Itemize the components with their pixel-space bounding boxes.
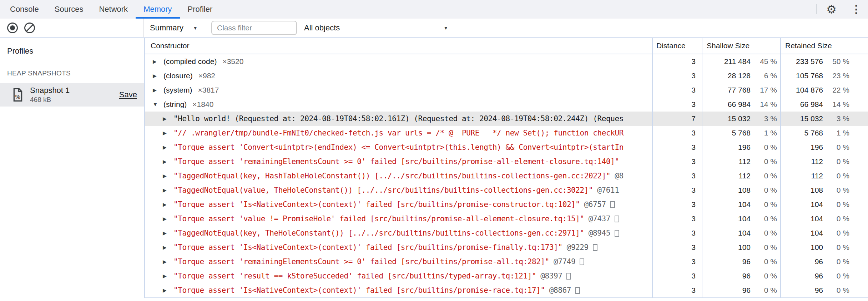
tab-console[interactable]: Console — [2, 0, 47, 19]
retained-size-percent: 0 % — [823, 186, 849, 194]
constructor-cell: ▶"Torque assert 'Is<NativeContext>(conte… — [145, 197, 652, 212]
objects-scope-select[interactable]: All objects ▼ — [304, 23, 454, 33]
string-row[interactable]: ▶"Torque assert 'Convert<uintptr>(endInd… — [145, 140, 868, 154]
string-row[interactable]: ▶"Torque assert 'remainingElementsCount … — [145, 255, 868, 269]
shallow-size-value: 96 — [702, 257, 751, 266]
string-row[interactable]: ▶"TaggedNotEqual(key, HashTableHoleConst… — [145, 169, 868, 183]
expander-closed-icon[interactable]: ▶ — [153, 73, 163, 79]
retained-size-value: 96 — [781, 257, 823, 266]
shallow-size-percent: 3 % — [751, 114, 777, 123]
distance-cell: 3 — [652, 169, 702, 183]
retained-size-percent: 1 % — [823, 129, 849, 137]
instance-count: ×982 — [198, 71, 215, 80]
string-row[interactable]: ▶"TaggedNotEqual(key, TheHoleConstant())… — [145, 226, 868, 240]
shallow-size-cell: 1040 % — [702, 212, 780, 226]
object-id: @9229 — [567, 243, 589, 252]
constructor-label: "Torque assert 'result == kStoreSucceded… — [173, 272, 536, 280]
constructor-category-row[interactable]: ▶(closure)×982328 1286 %105 76823 % — [145, 69, 868, 83]
expander-closed-icon[interactable]: ▶ — [153, 59, 163, 64]
object-box-icon — [575, 287, 580, 294]
settings-gear-icon[interactable]: ⚙ — [826, 4, 837, 15]
string-row[interactable]: ▶"TaggedNotEqual(value, TheHoleConstant(… — [145, 183, 868, 197]
constructor-cell: ▶"TaggedNotEqual(key, TheHoleConstant())… — [145, 226, 652, 240]
shallow-size-value: 96 — [702, 272, 751, 280]
expander-closed-icon[interactable]: ▶ — [153, 87, 163, 93]
profiles-sidebar: Profiles HEAP SNAPSHOTS % Snapshot 1 468… — [0, 38, 144, 301]
shallow-size-cell: 1000 % — [702, 240, 780, 255]
retained-size-value: 104 876 — [781, 86, 823, 94]
constructor-cell: ▶(system)×3817 — [145, 83, 652, 97]
object-id: @8945 — [589, 229, 610, 237]
shallow-size-percent: 0 % — [751, 272, 777, 280]
constructor-cell: ▶"Hello world! (Requested at: 2024-08-19… — [145, 112, 652, 126]
expander-closed-icon[interactable]: ▶ — [163, 173, 173, 179]
shallow-size-percent: 0 % — [751, 200, 777, 209]
instance-count: ×1840 — [192, 100, 213, 109]
shallow-size-value: 77 768 — [702, 86, 751, 94]
expander-closed-icon[interactable]: ▶ — [163, 259, 173, 265]
retained-size-percent: 0 % — [823, 214, 849, 223]
string-row[interactable]: ▶"Torque assert 'remainingElementsCount … — [145, 154, 868, 169]
object-id: @8397 — [540, 272, 562, 280]
sidebar-item-snapshot-1[interactable]: % Snapshot 1 468 kB Save — [0, 83, 144, 107]
expander-closed-icon[interactable]: ▶ — [163, 230, 173, 236]
more-options-icon[interactable]: ⋮ — [851, 4, 862, 15]
object-id: @7749 — [554, 257, 575, 266]
retained-size-cell: 104 87622 % — [780, 83, 868, 97]
class-filter-input[interactable] — [211, 21, 297, 35]
instance-count: ×3817 — [198, 86, 219, 94]
expander-closed-icon[interactable]: ▶ — [163, 116, 173, 122]
instance-count: ×3520 — [222, 57, 243, 66]
tab-memory[interactable]: Memory — [136, 0, 180, 19]
shallow-size-percent: 0 % — [751, 186, 777, 194]
retained-size-cell: 1960 % — [780, 140, 868, 154]
shallow-size-percent: 0 % — [751, 257, 777, 266]
expander-closed-icon[interactable]: ▶ — [163, 287, 173, 293]
shallow-size-value: 5 768 — [702, 129, 751, 137]
object-box-icon — [566, 273, 571, 280]
tab-sources[interactable]: Sources — [47, 0, 91, 19]
column-header-shallow-size[interactable]: Shallow Size — [702, 38, 780, 54]
clear-profiles-icon[interactable] — [24, 23, 35, 33]
expander-closed-icon[interactable]: ▶ — [163, 144, 173, 150]
column-header-retained-size[interactable]: Retained Size — [780, 38, 868, 54]
expander-open-icon[interactable]: ▼ — [153, 102, 163, 107]
constructor-category-row[interactable]: ▶(compiled code)×35203211 48445 %233 576… — [145, 54, 868, 69]
constructor-cell: ▶"Torque assert 'Convert<uintptr>(endInd… — [145, 140, 652, 154]
retained-size-value: 112 — [781, 172, 823, 180]
tab-network[interactable]: Network — [91, 0, 136, 19]
distance-cell: 3 — [652, 140, 702, 154]
shallow-size-value: 100 — [702, 243, 751, 252]
shallow-size-percent: 1 % — [751, 129, 777, 137]
column-header-distance[interactable]: Distance — [652, 38, 702, 54]
expander-closed-icon[interactable]: ▶ — [163, 159, 173, 164]
save-link[interactable]: Save — [119, 90, 137, 99]
column-header-constructor[interactable]: Constructor — [145, 38, 652, 54]
string-row[interactable]: ▶"// .wrangler/tmp/bundle-FmNIt0/checked… — [145, 126, 868, 140]
retained-size-cell: 1040 % — [780, 226, 868, 240]
shallow-size-percent: 0 % — [751, 286, 777, 295]
expander-closed-icon[interactable]: ▶ — [163, 273, 173, 279]
string-row[interactable]: ▶"Torque assert 'Is<NativeContext>(conte… — [145, 240, 868, 255]
perspective-select[interactable]: Summary ▼ — [150, 23, 198, 33]
tab-profiler[interactable]: Profiler — [180, 0, 221, 19]
constructor-cell: ▶(compiled code)×3520 — [145, 54, 652, 69]
constructor-cell: ▶"Torque assert 'Is<NativeContext>(conte… — [145, 283, 652, 297]
retained-size-cell: 1040 % — [780, 212, 868, 226]
string-row[interactable]: ▶"Torque assert 'Is<NativeContext>(conte… — [145, 283, 868, 297]
expander-closed-icon[interactable]: ▶ — [163, 187, 173, 193]
take-heap-snapshot-icon[interactable] — [7, 23, 18, 33]
shallow-size-percent: 0 % — [751, 214, 777, 223]
constructor-category-row[interactable]: ▼(string)×1840366 98414 %66 98414 % — [145, 97, 868, 112]
constructor-category-row[interactable]: ▶(system)×3817377 76817 %104 87622 % — [145, 83, 868, 97]
expander-closed-icon[interactable]: ▶ — [163, 245, 173, 250]
retained-size-percent: 0 % — [823, 257, 849, 266]
expander-closed-icon[interactable]: ▶ — [163, 130, 173, 136]
string-row[interactable]: ▶"Torque assert 'Is<NativeContext>(conte… — [145, 197, 868, 212]
expander-closed-icon[interactable]: ▶ — [163, 202, 173, 207]
string-row[interactable]: ▶"Hello world! (Requested at: 2024-08-19… — [145, 112, 868, 126]
string-row[interactable]: ▶"Torque assert 'result == kStoreSuccede… — [145, 269, 868, 283]
expander-closed-icon[interactable]: ▶ — [163, 216, 173, 222]
constructor-label: "// .wrangler/tmp/bundle-FmNIt0/checked-… — [173, 129, 624, 137]
string-row[interactable]: ▶"Torque assert 'value != PromiseHole' f… — [145, 212, 868, 226]
